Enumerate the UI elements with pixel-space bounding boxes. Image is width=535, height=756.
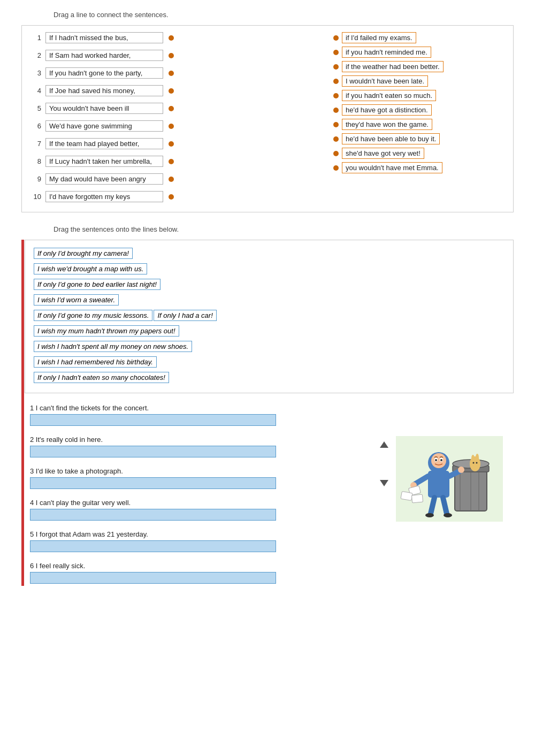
right-phrase[interactable]: he'd have got a distinction. (342, 104, 432, 116)
right-phrase[interactable]: you wouldn't have met Emma. (342, 162, 442, 173)
svg-rect-29 (411, 494, 423, 503)
drag-sentence[interactable]: If only I had a car! (154, 310, 216, 321)
connector-dot-left[interactable] (169, 194, 174, 200)
row-number: 5 (30, 104, 41, 112)
instruction-1: Drag a line to connect the sentences. (54, 11, 514, 19)
right-row: she'd have got very wet! (333, 148, 505, 159)
fill-item: 3 I'd like to take a photograph. (30, 467, 380, 489)
connector-dot-left[interactable] (169, 88, 174, 94)
left-phrase[interactable]: If Sam had worked harder, (45, 50, 163, 61)
svg-point-12 (440, 459, 442, 461)
row-number: 1 (30, 34, 41, 42)
left-row: 6We'd have gone swimming (30, 120, 333, 132)
svg-point-19 (444, 513, 452, 517)
left-phrase[interactable]: We'd have gone swimming (45, 120, 163, 132)
right-phrase[interactable]: they'd have won the game. (342, 119, 432, 130)
fill-item: 2 It's really cold in here. (30, 436, 380, 457)
right-phrase[interactable]: if the weather had been better. (342, 61, 444, 72)
connector-dot-right[interactable] (333, 108, 339, 113)
drag-sentence-row: I wish we'd brought a map with us. (34, 262, 505, 277)
connector-dot-right[interactable] (333, 93, 339, 98)
connector-dot-right[interactable] (333, 165, 339, 171)
connector-dot-right[interactable] (333, 50, 339, 55)
left-phrase[interactable]: If the team had played better, (45, 138, 163, 149)
fill-input-box[interactable] (30, 509, 276, 521)
left-phrase[interactable]: My dad would have been angry (45, 173, 163, 185)
connector-dot-right[interactable] (333, 136, 339, 142)
connector-dot-right[interactable] (333, 122, 339, 127)
fill-item: 4 I can't play the guitar very well. (30, 499, 380, 521)
drag-sentence[interactable]: I wish my mum hadn't thrown my papers ou… (34, 325, 179, 337)
svg-rect-13 (428, 471, 449, 498)
drag-sentence[interactable]: I wish I'd worn a sweater. (34, 294, 119, 306)
connector-dot-left[interactable] (169, 53, 174, 58)
svg-point-18 (425, 513, 434, 517)
right-phrase[interactable]: if you hadn't reminded me. (342, 47, 431, 58)
fill-input-box[interactable] (30, 414, 276, 426)
drag-sentence[interactable]: If only I hadn't eaten so many chocolate… (34, 372, 169, 383)
left-column: 1If I hadn't missed the bus,2If Sam had … (30, 32, 333, 205)
row-number: 3 (30, 69, 41, 77)
right-phrase[interactable]: she'd have got very wet! (342, 148, 424, 159)
fill-prompt: 6 I feel really sick. (30, 562, 380, 570)
left-row: 10I'd have forgotten my keys (30, 191, 333, 202)
row-number: 2 (30, 51, 41, 59)
right-row: he'd have been able to buy it. (333, 133, 505, 144)
connector-dot-right[interactable] (333, 64, 339, 70)
connector-dot-right[interactable] (333, 79, 339, 84)
svg-point-11 (435, 459, 437, 461)
right-phrase[interactable]: if you hadn't eaten so much. (342, 90, 436, 101)
left-phrase[interactable]: I'd have forgotten my keys (45, 191, 163, 202)
svg-line-17 (443, 498, 447, 514)
drag-section-wrapper: If only I'd brought my camera!I wish we'… (21, 240, 514, 393)
svg-point-23 (471, 455, 475, 462)
fill-input-box[interactable] (30, 540, 276, 552)
connector-dot-left[interactable] (169, 141, 174, 147)
left-phrase[interactable]: If you hadn't gone to the party, (45, 67, 163, 79)
right-row: he'd have got a distinction. (333, 104, 505, 116)
left-phrase[interactable]: You wouldn't have been ill (45, 103, 163, 114)
fill-input-box[interactable] (30, 446, 276, 457)
connector-dot-left[interactable] (169, 35, 174, 41)
right-phrase[interactable]: he'd have been able to buy it. (342, 133, 440, 144)
svg-point-21 (458, 467, 464, 473)
right-phrase[interactable]: I wouldn't have been late. (342, 75, 428, 87)
connector-dot-right[interactable] (333, 151, 339, 156)
drag-sentence[interactable]: If only I'd gone to bed earlier last nig… (34, 279, 160, 290)
left-phrase[interactable]: If Lucy hadn't taken her umbrella, (45, 156, 163, 167)
drag-sentence-row: I wish I had remembered his birthday. (34, 355, 505, 370)
drag-sentence-row: If only I'd gone to bed earlier last nig… (34, 278, 505, 292)
scroll-down-arrow[interactable] (380, 480, 388, 486)
drag-sentence[interactable]: If only I'd brought my camera! (34, 248, 133, 259)
drag-sentence-row: If only I'd brought my camera! (34, 247, 505, 261)
svg-line-16 (431, 498, 434, 514)
fill-input-box[interactable] (30, 572, 276, 584)
row-number: 10 (30, 193, 41, 201)
fill-red-bar (21, 404, 24, 586)
drag-sentence[interactable]: I wish I hadn't spent all my money on ne… (34, 341, 192, 352)
fill-prompt: 2 It's really cold in here. (30, 436, 380, 444)
connector-dot-left[interactable] (169, 177, 174, 182)
drag-sentence-row: I wish I'd worn a sweater. (34, 293, 505, 308)
left-row: 7If the team had played better, (30, 138, 333, 149)
right-row: they'd have won the game. (333, 119, 505, 130)
left-phrase[interactable]: If Joe had saved his money, (45, 85, 163, 96)
scroll-up-arrow[interactable] (380, 441, 388, 448)
connector-dot-left[interactable] (169, 159, 174, 164)
connector-dot-left[interactable] (169, 71, 174, 76)
right-phrase[interactable]: if I'd failed my exams. (342, 32, 416, 43)
fill-input-box[interactable] (30, 477, 276, 489)
left-phrase[interactable]: If I hadn't missed the bus, (45, 32, 163, 43)
fill-red-bar-wrap: 1 I can't find the tickets for the conce… (21, 404, 385, 584)
svg-point-26 (476, 462, 478, 464)
fill-item: 6 I feel really sick. (30, 562, 380, 584)
cartoon-section (396, 404, 514, 523)
drag-sentence[interactable]: I wish we'd brought a map with us. (34, 263, 147, 274)
connector-dot-left[interactable] (169, 106, 174, 111)
svg-point-22 (470, 456, 480, 471)
fill-item: 1 I can't find the tickets for the conce… (30, 404, 380, 426)
connector-dot-right[interactable] (333, 35, 339, 41)
drag-sentence[interactable]: I wish I had remembered his birthday. (34, 356, 157, 368)
connector-dot-left[interactable] (169, 124, 174, 129)
drag-sentence[interactable]: If only I'd gone to my music lessons. (34, 310, 152, 321)
